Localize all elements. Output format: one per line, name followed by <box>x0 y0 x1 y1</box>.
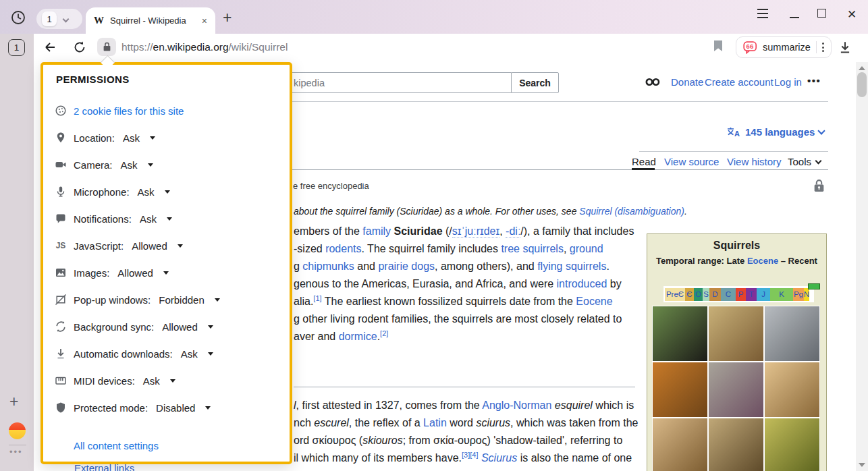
timeline-period-C[interactable]: C <box>721 288 736 301</box>
squirrel-photo-4[interactable] <box>653 362 707 417</box>
scroll-up-arrow[interactable] <box>859 66 865 70</box>
close-window-icon[interactable]: ✕ <box>847 7 857 22</box>
wiki-link[interactable]: Squirrel (disambiguation) <box>579 206 684 217</box>
back-icon[interactable] <box>43 40 57 54</box>
squirrel-photo-7[interactable] <box>653 418 707 471</box>
permission-value-dropdown[interactable]: Ask <box>138 186 155 198</box>
wiki-search-input[interactable] <box>290 72 512 93</box>
history-clock-icon[interactable] <box>11 10 26 25</box>
dropdown-caret-icon[interactable] <box>208 352 213 356</box>
wiki-link[interactable]: Sciurus <box>481 452 517 464</box>
timeline-period-P[interactable]: P <box>736 288 746 301</box>
wiki-link[interactable]: ground <box>570 243 603 254</box>
wiki-link[interactable]: prairie dogs <box>378 260 435 272</box>
tab-view-history[interactable]: View history <box>727 156 782 167</box>
timeline-period-K[interactable]: K <box>770 288 793 301</box>
wiki-link[interactable]: tree squirrels <box>501 243 563 254</box>
user-menu-icon[interactable]: ••• <box>807 75 821 86</box>
content-settings-row[interactable]: All content settings <box>74 437 159 453</box>
permission-value-dropdown[interactable]: Ask <box>143 375 160 387</box>
timeline-period-D[interactable]: D <box>709 288 721 301</box>
squirrel-photo-3[interactable] <box>765 306 819 361</box>
wiki-link[interactable]: sɪˈjuːrɪdeɪ <box>452 225 499 238</box>
wiki-link[interactable]: family <box>362 225 391 237</box>
dropdown-caret-icon[interactable] <box>167 217 172 221</box>
dropdown-caret-icon[interactable] <box>178 244 183 248</box>
squirrel-photo-6[interactable] <box>765 362 819 417</box>
permission-value-dropdown[interactable]: Forbidden <box>159 294 205 306</box>
dropdown-caret-icon[interactable] <box>163 271 169 275</box>
login-link[interactable]: Log in <box>774 76 802 88</box>
dropdown-caret-icon[interactable] <box>148 163 153 167</box>
permission-value-dropdown[interactable]: Ask <box>121 159 138 171</box>
wiki-link[interactable]: Anglo-Norman <box>482 399 551 411</box>
wiki-link[interactable]: chipmunks <box>302 260 354 272</box>
timeline-period-PreЄ[interactable]: PreЄ <box>665 288 685 301</box>
dropdown-caret-icon[interactable] <box>165 190 170 194</box>
dropdown-caret-icon[interactable] <box>170 379 175 383</box>
wiki-link[interactable]: Latin <box>423 417 447 428</box>
languages-button[interactable]: A 145 languages <box>726 126 824 138</box>
timeline-period-J[interactable]: J <box>757 288 770 301</box>
permission-value-dropdown[interactable]: Allowed <box>162 321 198 333</box>
tab-tools[interactable]: Tools <box>788 156 821 167</box>
appearance-glasses-icon[interactable] <box>645 78 661 86</box>
wiki-link[interactable]: introduced <box>557 278 607 289</box>
cookies-row[interactable]: 2 cookie files for this site <box>55 103 184 119</box>
squirrel-photo-8[interactable] <box>709 418 763 471</box>
wiki-link[interactable]: flying squirrels <box>537 260 606 272</box>
permission-value-dropdown[interactable]: Ask <box>140 213 157 225</box>
timeline-period-Pg[interactable]: Pg <box>793 288 804 301</box>
tab-group-count[interactable]: 1 <box>42 11 57 26</box>
new-tab-button[interactable]: + <box>223 9 232 27</box>
permission-value-dropdown[interactable]: Allowed <box>132 240 167 252</box>
address-bar[interactable]: https://en.wikipedia.org/wiki/Squirrel <box>121 41 288 53</box>
tab-view-source[interactable]: View source <box>664 156 719 167</box>
sidebar-tab-count-badge[interactable]: 1 <box>8 39 25 56</box>
wiki-search-button[interactable]: Search <box>511 72 559 93</box>
eocene-link[interactable]: Eocene <box>747 256 778 266</box>
browser-tab[interactable]: W Squirrel - Wikipedia × <box>86 7 215 34</box>
sidebar-more-icon[interactable]: ••• <box>9 447 23 457</box>
chevron-down-icon[interactable] <box>63 16 70 22</box>
dropdown-caret-icon[interactable] <box>208 325 213 329</box>
timeline-period-T[interactable]: T <box>746 288 757 301</box>
donate-link[interactable]: Donate <box>671 76 703 88</box>
create-account-link[interactable]: Create account <box>705 76 774 88</box>
squirrel-photo-2[interactable] <box>709 306 763 361</box>
timeline-period-N[interactable]: N <box>804 288 809 301</box>
timeline-period-O[interactable]: O <box>694 288 703 301</box>
permission-value-dropdown[interactable]: Ask <box>123 132 140 144</box>
all-content-settings-link[interactable]: All content settings <box>74 440 159 451</box>
wiki-link[interactable]: Eocene <box>576 296 612 307</box>
timeline-period-Є[interactable]: Є <box>685 288 694 301</box>
wiki-link[interactable]: dormice <box>339 331 377 342</box>
cookies-link[interactable]: 2 cookie files for this site <box>74 105 184 117</box>
tab-group-button[interactable]: 1 <box>36 9 82 29</box>
wiki-link[interactable]: -diː <box>506 225 520 238</box>
timeline-period-S[interactable]: S <box>703 288 709 301</box>
permission-value-dropdown[interactable]: Allowed <box>117 267 153 279</box>
scroll-down-arrow[interactable] <box>859 463 865 467</box>
scrollbar-thumb[interactable] <box>857 72 867 97</box>
squirrel-photo-9[interactable] <box>765 418 819 471</box>
bookmark-flag-icon[interactable] <box>713 40 723 52</box>
tab-read[interactable]: Read <box>632 156 656 167</box>
summarize-button[interactable]: 66 summarize <box>736 36 832 58</box>
sidebar-add-icon[interactable]: + <box>9 393 18 411</box>
summarize-menu-icon[interactable] <box>822 43 824 52</box>
wiki-link[interactable]: rodents <box>325 243 361 254</box>
permission-value-dropdown[interactable]: Ask <box>181 348 198 360</box>
wiki-link[interactable]: [3][4] <box>462 451 478 459</box>
dropdown-caret-icon[interactable] <box>205 406 211 410</box>
mail-app-icon[interactable] <box>9 422 26 439</box>
squirrel-photo-5[interactable] <box>709 362 763 417</box>
reload-icon[interactable] <box>73 40 86 54</box>
page-scrollbar[interactable] <box>856 62 868 471</box>
site-lock-button[interactable] <box>97 38 116 56</box>
minimize-icon[interactable] <box>790 17 799 18</box>
dropdown-caret-icon[interactable] <box>150 136 155 140</box>
wiki-link[interactable]: [1] <box>313 294 321 302</box>
maximize-icon[interactable] <box>817 9 826 18</box>
downloads-icon[interactable] <box>838 40 852 54</box>
